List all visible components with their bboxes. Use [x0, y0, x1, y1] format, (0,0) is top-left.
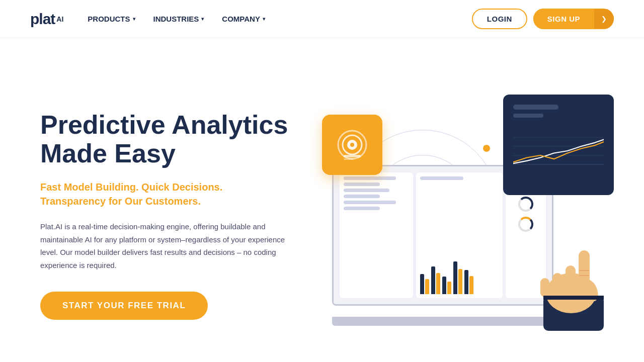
- svg-point-7: [350, 143, 354, 147]
- dark-card-subtitle-bar: [513, 114, 543, 118]
- hero-section: Predictive Analytics Made Easy Fast Mode…: [0, 38, 644, 362]
- screen-bar-1: [344, 176, 396, 180]
- line-chart-svg: [513, 126, 604, 176]
- svg-rect-15: [540, 278, 549, 297]
- bar-2b: [436, 273, 440, 294]
- svg-rect-13: [566, 265, 576, 293]
- nav-right: LOGIN SIGN UP ❯: [472, 9, 614, 29]
- target-icon: [335, 127, 370, 162]
- nav-products[interactable]: PRODUCTS ▾: [88, 15, 135, 23]
- bar-group-2: [431, 266, 440, 294]
- navbar: platAI PRODUCTS ▾ INDUSTRIES ▾ COMPANY ▾…: [0, 0, 644, 38]
- chart-title-bar: [420, 176, 463, 180]
- hero-description: Plat.AI is a real-time decision-making e…: [40, 220, 292, 272]
- bar-5a: [464, 270, 468, 294]
- svg-rect-19: [543, 296, 604, 300]
- screen-bar-4: [344, 195, 380, 198]
- screen-panel-1: [340, 172, 413, 298]
- bar-2a: [431, 266, 435, 294]
- gauge-2: [518, 197, 533, 212]
- bar-3b: [447, 282, 451, 294]
- svg-rect-8: [344, 155, 361, 157]
- nav-links: PRODUCTS ▾ INDUSTRIES ▾ COMPANY ▾: [88, 15, 265, 23]
- company-chevron-icon: ▾: [263, 16, 265, 22]
- bar-group-1: [420, 274, 429, 294]
- login-button[interactable]: LOGIN: [472, 9, 527, 29]
- hero-content: Predictive Analytics Made Easy Fast Mode…: [40, 111, 292, 320]
- signup-wrapper: SIGN UP ❯: [533, 9, 614, 29]
- logo-ai-badge: AI: [56, 15, 63, 23]
- svg-rect-9: [344, 158, 354, 160]
- hand-illustration: [538, 220, 619, 331]
- bar-group-4: [453, 261, 462, 294]
- screen-bar-2: [344, 183, 380, 186]
- dark-chart-card: [503, 95, 614, 195]
- laptop-keyboard: [332, 317, 574, 326]
- products-chevron-icon: ▾: [133, 16, 135, 22]
- gauge-3: [518, 217, 533, 232]
- bar-3a: [442, 277, 446, 294]
- orange-icon-card: [322, 115, 382, 175]
- bar-group-5: [464, 270, 473, 294]
- logo-text: plat: [30, 11, 55, 28]
- bar-1b: [425, 279, 429, 294]
- hero-illustration: [312, 84, 614, 346]
- signup-dropdown-button[interactable]: ❯: [594, 9, 614, 29]
- hero-subtitle: Fast Model Building. Quick Decisions.Tra…: [40, 180, 292, 208]
- bar-4b: [458, 269, 462, 294]
- bar-5b: [469, 276, 473, 294]
- nav-industries[interactable]: INDUSTRIES ▾: [153, 15, 204, 23]
- bar-1a: [420, 274, 424, 294]
- logo[interactable]: platAI: [30, 11, 63, 28]
- screen-bar-3: [344, 189, 389, 192]
- dot-1: [483, 145, 490, 152]
- bar-4a: [453, 261, 457, 294]
- screen-bar-6: [344, 207, 380, 210]
- svg-rect-14: [552, 273, 562, 296]
- nav-company[interactable]: COMPANY ▾: [222, 15, 265, 23]
- bar-group-3: [442, 277, 451, 294]
- dark-card-title-bar: [513, 105, 558, 110]
- screen-bar-5: [344, 201, 396, 204]
- signup-button[interactable]: SIGN UP: [533, 9, 594, 29]
- nav-left: platAI PRODUCTS ▾ INDUSTRIES ▾ COMPANY ▾: [30, 11, 265, 28]
- bar-chart: [420, 254, 499, 294]
- start-trial-button[interactable]: START YOUR FREE TRIAL: [40, 292, 208, 320]
- screen-chart-panel: [416, 172, 503, 298]
- hero-title: Predictive Analytics Made Easy: [40, 111, 292, 168]
- industries-chevron-icon: ▾: [201, 16, 204, 22]
